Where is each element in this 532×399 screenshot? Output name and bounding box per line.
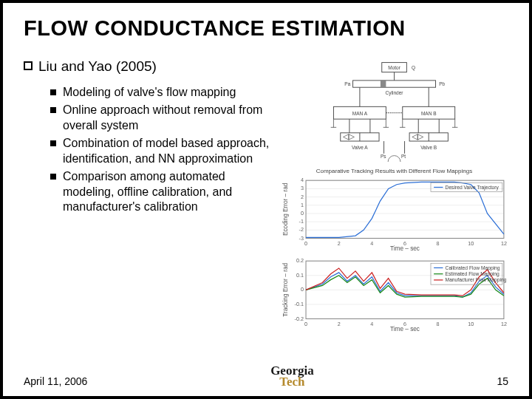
svg-text:2: 2 (338, 321, 341, 327)
svg-text:Calibrated Flow Mapping: Calibrated Flow Mapping (445, 265, 499, 271)
svg-text:Time – sec: Time – sec (390, 326, 420, 332)
svg-text:0: 0 (301, 286, 304, 293)
svg-rect-4 (381, 81, 386, 87)
list-item: Modeling of valve's flow mapping (50, 85, 271, 100)
square-bullet-icon (50, 140, 56, 146)
footer-date: April 11, 2006 (24, 375, 87, 387)
svg-text:Pt: Pt (401, 154, 406, 159)
content-row: Liu and Yao (2005) Modeling of valve's f… (24, 58, 508, 330)
page-number: 15 (497, 375, 508, 387)
svg-text:Ecoding Error – rad: Ecoding Error – rad (282, 183, 289, 236)
svg-text:Manufacturer Flow Mapping: Manufacturer Flow Mapping (445, 277, 506, 283)
georgia-tech-logo: Georgia Tech (270, 366, 314, 387)
logo-bottom: Tech (279, 377, 304, 387)
chart1-svg: -3-2-101234024681012Time – secEcoding Er… (280, 176, 508, 252)
bullet-list: Modeling of valve's flow mapping Online … (50, 85, 271, 215)
svg-text:-2: -2 (299, 226, 303, 233)
svg-text:8: 8 (436, 321, 439, 327)
diagram-label: Cylinder (385, 90, 403, 96)
square-bullet-icon (50, 174, 56, 180)
svg-text:0.2: 0.2 (296, 257, 304, 264)
svg-text:Q: Q (412, 65, 415, 71)
diagram-label: Valve B (420, 145, 437, 150)
bullet-text: Online approach without removal from ove… (63, 103, 271, 133)
svg-text:1: 1 (301, 202, 304, 208)
svg-text:4: 4 (301, 177, 304, 183)
bullet-text: Comparison among automated modeling, off… (63, 169, 271, 214)
svg-text:Tracking Error – rad: Tracking Error – rad (282, 262, 289, 316)
diagram-label: Valve A (352, 145, 368, 150)
tracking-chart-2: -0.2-0.100.10.2024681012Time – secTracki… (280, 256, 508, 330)
svg-text:10: 10 (468, 321, 474, 327)
svg-text:2: 2 (301, 194, 304, 200)
right-column: Motor Q Cylinder Pa Pb MAN A M (280, 58, 508, 330)
svg-text:8: 8 (436, 240, 439, 247)
svg-point-32 (388, 156, 400, 162)
list-item: Comparison among automated modeling, off… (50, 169, 271, 214)
svg-text:2: 2 (338, 240, 341, 247)
chart1-title: Comparative Tracking Results with Differ… (280, 168, 508, 174)
diagram-svg: Motor Q Cylinder Pa Pb MAN A M (280, 58, 508, 162)
svg-text:Pa: Pa (344, 81, 350, 86)
svg-text:Estimated Flow Mapping: Estimated Flow Mapping (445, 271, 499, 277)
svg-text:12: 12 (501, 240, 507, 247)
square-bullet-icon (50, 89, 56, 95)
svg-text:Desired Valve Trajectory: Desired Valve Trajectory (445, 185, 499, 191)
subhead: Liu and Yao (2005) (24, 58, 271, 75)
svg-text:-3: -3 (299, 235, 303, 242)
svg-text:12: 12 (501, 321, 507, 327)
svg-text:-0.2: -0.2 (294, 316, 303, 322)
svg-text:0: 0 (301, 210, 304, 216)
diagram-label: MAN A (352, 111, 368, 116)
svg-text:4: 4 (370, 240, 373, 247)
svg-text:10: 10 (468, 240, 474, 247)
chart2-svg: -0.2-0.100.10.2024681012Time – secTracki… (280, 256, 508, 332)
diagram-label: MAN B (421, 111, 437, 116)
subhead-text: Liu and Yao (2005) (38, 58, 157, 75)
left-column: Liu and Yao (2005) Modeling of valve's f… (24, 58, 271, 330)
slide: FLOW CONDUCTANCE ESTIMATION Liu and Yao … (0, 0, 532, 399)
bullet-text: Modeling of valve's flow mapping (63, 85, 236, 100)
svg-text:-0.1: -0.1 (294, 301, 303, 307)
svg-text:0: 0 (304, 240, 307, 247)
bullet-text: Combination of model based approach, ide… (63, 136, 271, 166)
svg-text:Ps: Ps (381, 154, 386, 159)
tracking-chart-1: Comparative Tracking Results with Differ… (280, 168, 508, 250)
svg-text:Pb: Pb (439, 81, 445, 86)
square-bullet-open-icon (24, 61, 33, 70)
hydraulic-diagram: Motor Q Cylinder Pa Pb MAN A M (280, 58, 508, 162)
slide-title: FLOW CONDUCTANCE ESTIMATION (24, 16, 508, 41)
list-item: Online approach without removal from ove… (50, 103, 271, 133)
svg-text:-1: -1 (299, 218, 303, 225)
svg-rect-3 (352, 81, 435, 87)
footer: April 11, 2006 Georgia Tech 15 (24, 366, 508, 387)
svg-text:4: 4 (370, 321, 373, 327)
square-bullet-icon (50, 107, 56, 113)
list-item: Combination of model based approach, ide… (50, 136, 271, 166)
svg-text:0: 0 (304, 321, 307, 327)
svg-text:0.1: 0.1 (296, 272, 304, 279)
svg-text:Time – sec: Time – sec (390, 245, 420, 252)
diagram-label: Motor (388, 65, 400, 70)
svg-text:3: 3 (301, 185, 304, 191)
